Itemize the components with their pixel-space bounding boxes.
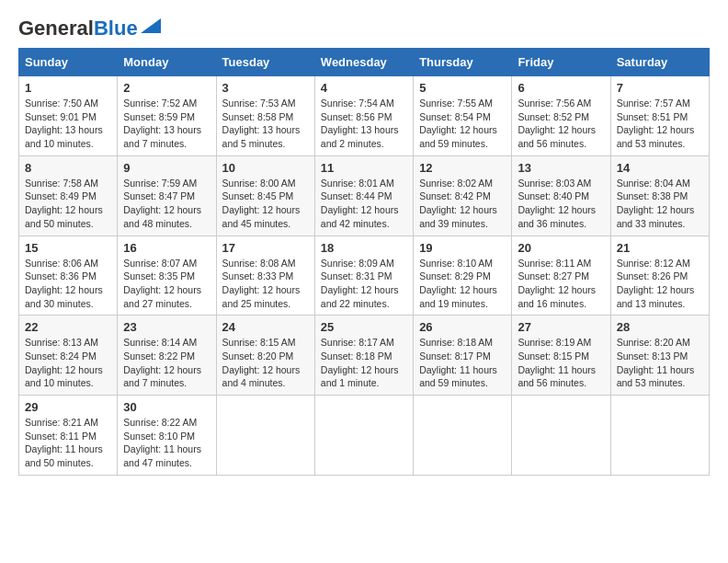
day-number: 7	[617, 81, 703, 95]
calendar-header-row: SundayMondayTuesdayWednesdayThursdayFrid…	[19, 49, 710, 76]
day-number: 15	[25, 241, 111, 255]
day-number: 10	[222, 161, 309, 175]
day-info: Sunrise: 8:14 AM Sunset: 8:22 PM Dayligh…	[123, 336, 210, 390]
calendar-cell: 26 Sunrise: 8:18 AM Sunset: 8:17 PM Dayl…	[414, 316, 512, 396]
day-number: 14	[617, 161, 703, 175]
calendar-cell: 9 Sunrise: 7:59 AM Sunset: 8:47 PM Dayli…	[118, 155, 216, 236]
day-number: 17	[222, 241, 309, 255]
day-info: Sunrise: 8:19 AM Sunset: 8:15 PM Dayligh…	[518, 336, 604, 390]
day-info: Sunrise: 7:59 AM Sunset: 8:47 PM Dayligh…	[123, 177, 210, 231]
day-number: 29	[25, 400, 111, 414]
day-info: Sunrise: 8:22 AM Sunset: 8:10 PM Dayligh…	[123, 416, 210, 470]
day-number: 2	[123, 81, 210, 95]
page-header: GeneralBlue	[18, 18, 710, 39]
day-info: Sunrise: 8:02 AM Sunset: 8:42 PM Dayligh…	[419, 177, 506, 231]
header-monday: Monday	[118, 49, 216, 76]
calendar-week-3: 15 Sunrise: 8:06 AM Sunset: 8:36 PM Dayl…	[19, 236, 710, 316]
calendar-cell: 1 Sunrise: 7:50 AM Sunset: 9:01 PM Dayli…	[19, 76, 118, 156]
calendar-cell: 29 Sunrise: 8:21 AM Sunset: 8:11 PM Dayl…	[19, 396, 118, 476]
day-info: Sunrise: 8:06 AM Sunset: 8:36 PM Dayligh…	[25, 257, 111, 311]
calendar-cell: 28 Sunrise: 8:20 AM Sunset: 8:13 PM Dayl…	[610, 316, 709, 396]
header-thursday: Thursday	[414, 49, 512, 76]
calendar-cell: 16 Sunrise: 8:07 AM Sunset: 8:35 PM Dayl…	[118, 236, 216, 316]
day-info: Sunrise: 7:50 AM Sunset: 9:01 PM Dayligh…	[25, 97, 111, 151]
calendar-cell	[314, 396, 413, 476]
day-info: Sunrise: 7:57 AM Sunset: 8:51 PM Dayligh…	[617, 97, 703, 151]
day-number: 13	[518, 161, 604, 175]
day-info: Sunrise: 8:13 AM Sunset: 8:24 PM Dayligh…	[25, 336, 111, 390]
header-saturday: Saturday	[610, 49, 709, 76]
day-number: 11	[321, 161, 407, 175]
day-info: Sunrise: 7:52 AM Sunset: 8:59 PM Dayligh…	[123, 97, 210, 151]
day-number: 9	[123, 161, 210, 175]
day-info: Sunrise: 8:04 AM Sunset: 8:38 PM Dayligh…	[617, 177, 703, 231]
logo-blue: Blue	[94, 17, 138, 40]
day-info: Sunrise: 7:53 AM Sunset: 8:58 PM Dayligh…	[222, 97, 309, 151]
calendar-cell: 14 Sunrise: 8:04 AM Sunset: 8:38 PM Dayl…	[610, 155, 709, 236]
calendar-cell: 3 Sunrise: 7:53 AM Sunset: 8:58 PM Dayli…	[216, 76, 314, 156]
logo-text: GeneralBlue	[18, 18, 138, 39]
day-info: Sunrise: 8:15 AM Sunset: 8:20 PM Dayligh…	[222, 336, 309, 390]
day-number: 8	[25, 161, 111, 175]
calendar-cell: 12 Sunrise: 8:02 AM Sunset: 8:42 PM Dayl…	[414, 155, 512, 236]
day-number: 5	[419, 81, 506, 95]
calendar-cell: 21 Sunrise: 8:12 AM Sunset: 8:26 PM Dayl…	[610, 236, 709, 316]
calendar-cell: 4 Sunrise: 7:54 AM Sunset: 8:56 PM Dayli…	[314, 76, 413, 156]
svg-marker-0	[141, 18, 161, 33]
calendar-cell: 11 Sunrise: 8:01 AM Sunset: 8:44 PM Dayl…	[314, 155, 413, 236]
calendar-week-5: 29 Sunrise: 8:21 AM Sunset: 8:11 PM Dayl…	[19, 396, 710, 476]
calendar-cell: 18 Sunrise: 8:09 AM Sunset: 8:31 PM Dayl…	[314, 236, 413, 316]
calendar-cell	[414, 396, 512, 476]
day-info: Sunrise: 8:20 AM Sunset: 8:13 PM Dayligh…	[617, 336, 703, 390]
day-number: 12	[419, 161, 506, 175]
calendar-cell: 24 Sunrise: 8:15 AM Sunset: 8:20 PM Dayl…	[216, 316, 314, 396]
calendar-week-4: 22 Sunrise: 8:13 AM Sunset: 8:24 PM Dayl…	[19, 316, 710, 396]
calendar-week-2: 8 Sunrise: 7:58 AM Sunset: 8:49 PM Dayli…	[19, 155, 710, 236]
day-info: Sunrise: 8:03 AM Sunset: 8:40 PM Dayligh…	[518, 177, 604, 231]
calendar-cell: 13 Sunrise: 8:03 AM Sunset: 8:40 PM Dayl…	[512, 155, 610, 236]
day-number: 18	[321, 241, 407, 255]
day-info: Sunrise: 8:07 AM Sunset: 8:35 PM Dayligh…	[123, 257, 210, 311]
calendar-cell: 22 Sunrise: 8:13 AM Sunset: 8:24 PM Dayl…	[19, 316, 118, 396]
day-info: Sunrise: 7:58 AM Sunset: 8:49 PM Dayligh…	[25, 177, 111, 231]
day-info: Sunrise: 8:21 AM Sunset: 8:11 PM Dayligh…	[25, 416, 111, 470]
day-number: 4	[321, 81, 407, 95]
day-info: Sunrise: 8:08 AM Sunset: 8:33 PM Dayligh…	[222, 257, 309, 311]
calendar-cell: 27 Sunrise: 8:19 AM Sunset: 8:15 PM Dayl…	[512, 316, 610, 396]
day-info: Sunrise: 8:10 AM Sunset: 8:29 PM Dayligh…	[419, 257, 506, 311]
header-friday: Friday	[512, 49, 610, 76]
calendar-cell: 6 Sunrise: 7:56 AM Sunset: 8:52 PM Dayli…	[512, 76, 610, 156]
calendar-cell: 7 Sunrise: 7:57 AM Sunset: 8:51 PM Dayli…	[610, 76, 709, 156]
logo-general: General	[18, 17, 94, 40]
calendar-week-1: 1 Sunrise: 7:50 AM Sunset: 9:01 PM Dayli…	[19, 76, 710, 156]
calendar-cell: 23 Sunrise: 8:14 AM Sunset: 8:22 PM Dayl…	[118, 316, 216, 396]
calendar-cell	[610, 396, 709, 476]
day-number: 26	[419, 320, 506, 334]
day-number: 19	[419, 241, 506, 255]
header-tuesday: Tuesday	[216, 49, 314, 76]
day-info: Sunrise: 8:12 AM Sunset: 8:26 PM Dayligh…	[617, 257, 703, 311]
day-number: 23	[123, 320, 210, 334]
calendar-cell: 25 Sunrise: 8:17 AM Sunset: 8:18 PM Dayl…	[314, 316, 413, 396]
header-sunday: Sunday	[19, 49, 118, 76]
day-info: Sunrise: 8:18 AM Sunset: 8:17 PM Dayligh…	[419, 336, 506, 390]
day-info: Sunrise: 8:11 AM Sunset: 8:27 PM Dayligh…	[518, 257, 604, 311]
day-info: Sunrise: 8:01 AM Sunset: 8:44 PM Dayligh…	[321, 177, 407, 231]
calendar-cell: 19 Sunrise: 8:10 AM Sunset: 8:29 PM Dayl…	[414, 236, 512, 316]
calendar-cell: 10 Sunrise: 8:00 AM Sunset: 8:45 PM Dayl…	[216, 155, 314, 236]
calendar-cell: 17 Sunrise: 8:08 AM Sunset: 8:33 PM Dayl…	[216, 236, 314, 316]
calendar-cell: 2 Sunrise: 7:52 AM Sunset: 8:59 PM Dayli…	[118, 76, 216, 156]
calendar-cell: 20 Sunrise: 8:11 AM Sunset: 8:27 PM Dayl…	[512, 236, 610, 316]
calendar-cell: 8 Sunrise: 7:58 AM Sunset: 8:49 PM Dayli…	[19, 155, 118, 236]
day-info: Sunrise: 7:55 AM Sunset: 8:54 PM Dayligh…	[419, 97, 506, 151]
calendar-cell	[216, 396, 314, 476]
calendar-table: SundayMondayTuesdayWednesdayThursdayFrid…	[18, 48, 710, 476]
logo: GeneralBlue	[18, 18, 161, 39]
day-info: Sunrise: 7:54 AM Sunset: 8:56 PM Dayligh…	[321, 97, 407, 151]
calendar-cell	[512, 396, 610, 476]
day-info: Sunrise: 8:17 AM Sunset: 8:18 PM Dayligh…	[321, 336, 407, 390]
calendar-cell: 15 Sunrise: 8:06 AM Sunset: 8:36 PM Dayl…	[19, 236, 118, 316]
day-number: 24	[222, 320, 309, 334]
day-number: 16	[123, 241, 210, 255]
day-info: Sunrise: 8:00 AM Sunset: 8:45 PM Dayligh…	[222, 177, 309, 231]
